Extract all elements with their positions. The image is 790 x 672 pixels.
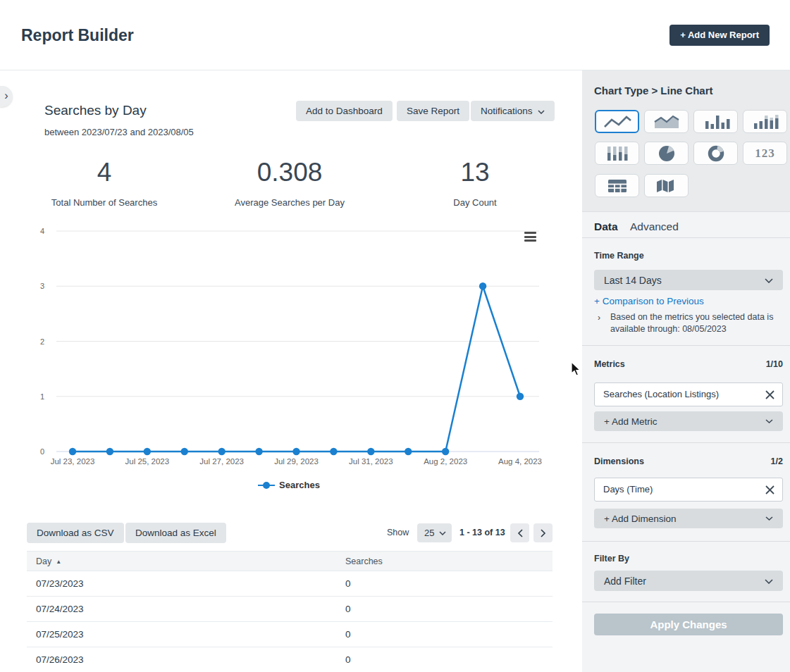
- svg-text:3: 3: [40, 282, 44, 290]
- page-size-select[interactable]: 25: [417, 523, 452, 542]
- table-row: 07/25/20230: [27, 622, 553, 647]
- chart-legend[interactable]: Searches: [11, 480, 567, 490]
- sort-ascending-icon: ▲: [56, 559, 61, 565]
- collapse-panel-toggle[interactable]: ›: [0, 86, 13, 107]
- table-row: 07/23/20230: [27, 571, 553, 597]
- filter-by-label: Filter By: [594, 554, 629, 564]
- metrics-label: Metrics: [594, 359, 625, 369]
- svg-text:0: 0: [40, 447, 44, 456]
- svg-text:Jul 23, 2023: Jul 23, 2023: [51, 457, 95, 466]
- report-date-range: between 2023/07/23 and 2023/08/05: [44, 127, 194, 137]
- page-header: Report Builder + Add New Report: [0, 0, 790, 70]
- add-new-report-button[interactable]: + Add New Report: [669, 25, 770, 46]
- report-title: Searches by Day: [44, 103, 147, 118]
- tab-data[interactable]: Data: [594, 220, 618, 232]
- download-csv-button[interactable]: Download as CSV: [27, 523, 124, 543]
- stacked-column-chart-icon: [750, 113, 781, 131]
- column-chart-icon: [700, 113, 732, 131]
- table-row: 07/24/20230: [27, 597, 553, 622]
- legend-label: Searches: [279, 480, 320, 490]
- show-label: Show: [387, 528, 409, 537]
- chart-type-title: Chart Type > Line Chart: [594, 85, 713, 97]
- map-chart-icon: [651, 177, 682, 195]
- chart-type-stacked-column-button[interactable]: [743, 110, 787, 133]
- chart-menu-icon[interactable]: [524, 232, 537, 242]
- report-settings-panel: Chart Type > Line Chart: [582, 70, 790, 672]
- svg-text:1: 1: [40, 392, 44, 401]
- remove-metric-icon[interactable]: [765, 390, 775, 400]
- number-chart-icon: 123: [755, 147, 775, 161]
- column-header-searches[interactable]: Searches: [336, 552, 553, 571]
- data-availability-note: Based on the metrics you selected data i…: [610, 311, 778, 335]
- metric-chip[interactable]: Searches (Location Listings): [594, 382, 783, 406]
- next-page-button[interactable]: [533, 523, 553, 542]
- tab-advanced[interactable]: Advanced: [630, 220, 679, 232]
- chart-type-donut-button[interactable]: [693, 142, 738, 165]
- pagination-range: 1 - 13 of 13: [459, 528, 505, 537]
- chevron-down-icon: [765, 278, 773, 283]
- percent-stacked-column-icon: [602, 144, 633, 163]
- table-chart-icon: [602, 178, 633, 194]
- chart-type-line-button[interactable]: [595, 110, 639, 133]
- chevron-down-icon: [765, 516, 773, 521]
- chart-type-area-button[interactable]: [644, 110, 689, 133]
- add-to-dashboard-button[interactable]: Add to Dashboard: [296, 101, 393, 121]
- stat-average-searches: 0.308 Average Searches per Day: [198, 158, 381, 208]
- svg-text:Aug 2, 2023: Aug 2, 2023: [424, 457, 467, 466]
- chevron-down-icon: [439, 531, 446, 535]
- chevron-down-icon: [765, 579, 773, 584]
- chevron-down-icon: [765, 419, 773, 423]
- dimension-chip[interactable]: Days (Time): [594, 478, 783, 502]
- svg-text:Jul 31, 2023: Jul 31, 2023: [349, 457, 393, 466]
- chart-type-pie-button[interactable]: [644, 142, 689, 165]
- chart-type-section: Chart Type > Line Chart: [582, 70, 790, 212]
- metrics-count: 1/10: [766, 359, 783, 369]
- chart-type-number-button[interactable]: 123: [743, 142, 787, 165]
- svg-text:Jul 29, 2023: Jul 29, 2023: [274, 457, 319, 466]
- remove-dimension-icon[interactable]: [765, 485, 775, 495]
- chart-type-table-button[interactable]: [595, 174, 639, 197]
- chevron-down-icon: [538, 101, 545, 121]
- time-range-label: Time Range: [594, 251, 644, 261]
- table-row: 07/26/20230: [27, 647, 553, 672]
- dimensions-count: 1/2: [771, 456, 783, 466]
- expand-note-icon[interactable]: ›: [598, 313, 600, 323]
- column-header-day[interactable]: Day▲: [27, 552, 336, 571]
- download-excel-button[interactable]: Download as Excel: [125, 523, 226, 543]
- stat-day-count: 13 Day Count: [383, 158, 567, 208]
- svg-text:2: 2: [40, 337, 44, 346]
- stat-total-searches: 4 Total Number of Searches: [13, 158, 196, 208]
- dimensions-label: Dimensions: [594, 456, 644, 466]
- results-table: Day▲ Searches 07/23/20230 07/24/20230 07…: [27, 551, 553, 672]
- add-dimension-button[interactable]: + Add Dimension: [594, 509, 783, 528]
- chart-type-column-button[interactable]: [693, 110, 738, 133]
- comparison-to-previous-link[interactable]: + Comparison to Previous: [594, 296, 704, 306]
- notifications-button[interactable]: Notifications: [471, 101, 555, 121]
- report-canvas: › Searches by Day between 2023/07/23 and…: [0, 70, 582, 672]
- pie-chart-icon: [651, 144, 682, 163]
- mouse-cursor: [571, 361, 582, 377]
- chart-type-map-button[interactable]: [644, 174, 689, 197]
- add-metric-button[interactable]: + Add Metric: [594, 411, 783, 431]
- svg-text:Jul 25, 2023: Jul 25, 2023: [125, 457, 169, 466]
- svg-text:4: 4: [40, 227, 44, 235]
- legend-marker-icon: [258, 481, 275, 490]
- add-filter-select[interactable]: Add Filter: [594, 571, 783, 591]
- time-range-select[interactable]: Last 14 Days: [594, 270, 783, 290]
- chart-type-stacked-percent-button[interactable]: [595, 142, 639, 165]
- previous-page-button[interactable]: [510, 523, 529, 542]
- svg-text:Aug 4, 2023: Aug 4, 2023: [498, 457, 542, 466]
- line-chart: 01234Jul 23, 2023Jul 25, 2023Jul 27, 202…: [0, 220, 557, 474]
- donut-chart-icon: [700, 144, 732, 163]
- save-report-button[interactable]: Save Report: [397, 101, 469, 121]
- svg-text:Jul 27, 2023: Jul 27, 2023: [199, 457, 244, 466]
- page-title: Report Builder: [21, 26, 134, 45]
- area-chart-icon: [651, 113, 682, 130]
- line-chart-icon: [600, 113, 634, 131]
- apply-changes-button[interactable]: Apply Changes: [594, 614, 783, 635]
